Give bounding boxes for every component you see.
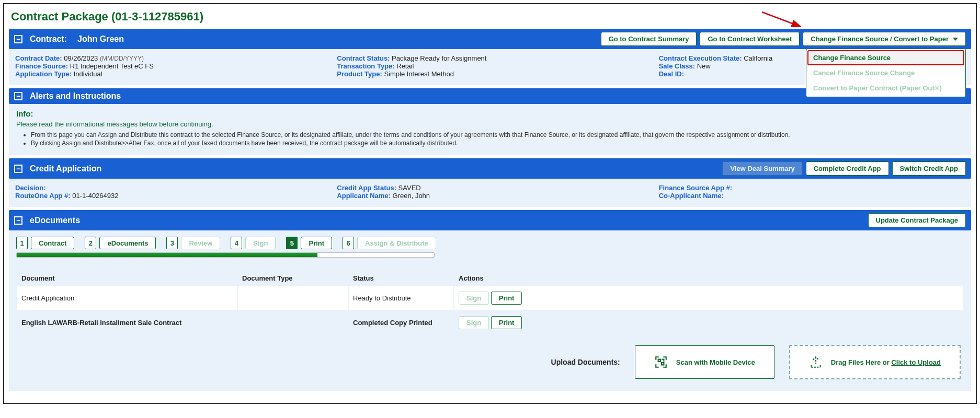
sign-button[interactable]: Sign xyxy=(459,292,489,305)
annotation-arrow xyxy=(760,10,807,31)
col-document-type: Document Type xyxy=(238,271,348,285)
edocuments-title: eDocuments xyxy=(30,216,80,225)
finance-source-app-field: Finance Source App #: xyxy=(659,184,965,192)
product-type-field: Product Type: Simple Interest Method xyxy=(337,70,643,78)
contract-name: John Green xyxy=(77,34,124,44)
update-contract-package-button[interactable]: Update Contract Package xyxy=(868,213,966,227)
credit-app-title: Credit Application xyxy=(30,164,101,173)
alerts-title: Alerts and Instructions xyxy=(30,91,121,101)
finance-source-field: Finance Source: R1 Independent Test eC F… xyxy=(15,62,321,70)
qr-scan-icon xyxy=(654,355,668,369)
doc-status: Ready to Distribute xyxy=(349,286,453,310)
contract-title-label: Contract: xyxy=(30,34,67,44)
scan-label: Scan with Mobile Device xyxy=(676,358,755,366)
go-to-contract-worksheet-button[interactable]: Go to Contract Worksheet xyxy=(700,32,800,46)
col-actions: Actions xyxy=(454,271,963,285)
chevron-down-icon xyxy=(953,38,958,41)
contract-section-header: − Contract: John Green Go to Contract Su… xyxy=(9,29,971,49)
click-to-upload-link[interactable]: Click to Upload xyxy=(891,358,941,366)
switch-credit-app-button[interactable]: Switch Credit App xyxy=(892,161,966,176)
svg-line-0 xyxy=(762,12,801,27)
transaction-type-field: Transaction Type: Retail xyxy=(337,62,643,70)
edocuments-section-header: − eDocuments Update Contract Package xyxy=(9,210,971,230)
decision-field: Decision: xyxy=(15,184,321,192)
doc-status: Completed Copy Printed xyxy=(349,311,453,334)
col-status: Status xyxy=(349,271,453,285)
step-assign-distribute[interactable]: 6Assign & Distribute xyxy=(343,237,436,249)
print-button[interactable]: Print xyxy=(491,292,522,305)
dropdown-change-finance-source[interactable]: Change Finance Source xyxy=(808,51,964,65)
change-finance-source-dropdown-button[interactable]: Change Finance Source / Convert to Paper xyxy=(803,32,966,46)
dropdown-button-label: Change Finance Source / Convert to Paper xyxy=(811,35,949,43)
routeone-app-field: RouteOne App #: 01-1-40264932 xyxy=(15,192,321,200)
sign-button[interactable]: Sign xyxy=(459,316,489,329)
contract-status-field: Contract Status: Package Ready for Assig… xyxy=(337,54,643,62)
dropdown-cancel-finance-change[interactable]: Cancel Finance Source Change xyxy=(808,66,964,80)
step-print[interactable]: 5Print xyxy=(286,237,332,249)
print-button[interactable]: Print xyxy=(491,316,522,329)
upload-icon xyxy=(809,355,823,369)
table-row: English LAWARB-Retail Installment Sale C… xyxy=(17,311,963,334)
contract-date-field: Contract Date: 09/26/2023 (MM/DD/YYYY) xyxy=(15,54,321,62)
applicant-name-field: Applicant Name: Green, John xyxy=(337,192,643,200)
scan-with-mobile-button[interactable]: Scan with Mobile Device xyxy=(635,345,774,379)
page-title: Contract Package (01-3-112785961) xyxy=(9,8,971,29)
doc-type xyxy=(238,286,348,310)
step-sign[interactable]: 4Sign xyxy=(231,237,276,249)
step-edocuments[interactable]: 2eDocuments xyxy=(85,237,156,249)
doc-name: Credit Application xyxy=(17,286,237,310)
credit-app-section-header: − Credit Application View Deal Summary C… xyxy=(9,158,971,179)
info-title: Info: xyxy=(16,109,964,118)
collapse-icon[interactable]: − xyxy=(14,165,22,173)
table-row: Credit Application Ready to Distribute S… xyxy=(17,286,963,310)
doc-name: English LAWARB-Retail Installment Sale C… xyxy=(17,311,237,334)
info-message: Please read the informational messages b… xyxy=(16,120,964,128)
collapse-icon[interactable]: − xyxy=(14,216,22,225)
complete-credit-app-button[interactable]: Complete Credit App xyxy=(806,161,889,176)
drag-upload-area[interactable]: Drag Files Here or Click to Upload xyxy=(789,345,961,379)
info-bullet: From this page you can Assign and Distri… xyxy=(31,131,964,138)
collapse-icon[interactable]: − xyxy=(14,35,22,43)
credit-app-status-field: Credit App Status: SAVED xyxy=(337,184,643,192)
info-bullet: By clicking Assign and Distribute>>After… xyxy=(31,140,964,147)
step-contract[interactable]: 1Contract xyxy=(16,237,74,249)
drag-label: Drag Files Here or Click to Upload xyxy=(831,358,941,366)
change-finance-dropdown: Change Finance Source Cancel Finance Sou… xyxy=(806,49,966,97)
doc-type xyxy=(238,311,348,334)
upload-documents-label: Upload Documents: xyxy=(551,358,620,366)
dropdown-convert-to-paper[interactable]: Convert to Paper Contract (Paper Out®) xyxy=(808,81,964,95)
application-type-field: Application Type: Individual xyxy=(15,70,321,78)
co-applicant-name-field: Co-Applicant Name: xyxy=(659,192,965,200)
collapse-icon[interactable]: − xyxy=(14,92,22,100)
progress-bar xyxy=(16,252,435,258)
step-review[interactable]: 3Review xyxy=(166,237,220,249)
col-document: Document xyxy=(17,271,237,285)
go-to-contract-summary-button[interactable]: Go to Contract Summary xyxy=(601,32,697,46)
view-deal-summary-button[interactable]: View Deal Summary xyxy=(722,161,802,176)
